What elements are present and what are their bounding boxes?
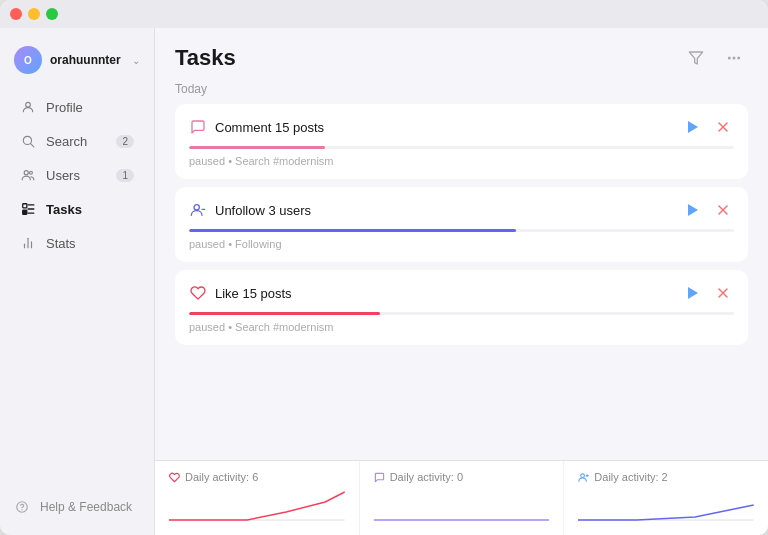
title-bar bbox=[0, 0, 768, 28]
main-area: Tasks Today bbox=[155, 28, 768, 535]
task-title-3: Like 15 posts bbox=[215, 286, 674, 301]
users-badge: 1 bbox=[116, 169, 134, 182]
stats-icon bbox=[20, 235, 36, 251]
svg-rect-5 bbox=[23, 204, 27, 208]
unfollow-person-icon bbox=[189, 201, 207, 219]
search-badge: 2 bbox=[116, 135, 134, 148]
stat-label-likes: Daily activity: 6 bbox=[169, 471, 345, 483]
stat-chart-follows bbox=[578, 487, 754, 525]
svg-point-19 bbox=[194, 205, 199, 210]
svg-point-15 bbox=[738, 57, 739, 58]
tasks-icon bbox=[20, 201, 36, 217]
stat-text-comments: Daily activity: 0 bbox=[390, 471, 463, 483]
task-play-button-3[interactable] bbox=[682, 282, 704, 304]
help-label: Help & Feedback bbox=[40, 500, 132, 514]
task-close-button-2[interactable] bbox=[712, 199, 734, 221]
task-title-1: Comment 15 posts bbox=[215, 120, 674, 135]
search-icon bbox=[20, 133, 36, 149]
task-card-unfollow: Unfollow 3 users bbox=[175, 187, 748, 262]
comment-icon bbox=[189, 118, 207, 136]
svg-point-29 bbox=[581, 473, 585, 477]
stat-item-comments: Daily activity: 0 bbox=[360, 461, 565, 535]
sidebar-item-label-search: Search bbox=[46, 134, 87, 149]
svg-point-4 bbox=[29, 171, 32, 174]
more-options-button[interactable] bbox=[720, 44, 748, 72]
progress-bar-container-1 bbox=[189, 146, 734, 149]
stat-text-follows: Daily activity: 2 bbox=[594, 471, 667, 483]
svg-marker-12 bbox=[689, 52, 702, 64]
task-close-button-3[interactable] bbox=[712, 282, 734, 304]
minimize-traffic-light[interactable] bbox=[28, 8, 40, 20]
sidebar-item-profile[interactable]: Profile bbox=[6, 91, 148, 123]
section-label: Today bbox=[175, 82, 748, 96]
svg-marker-21 bbox=[688, 204, 698, 216]
task-play-button-1[interactable] bbox=[682, 116, 704, 138]
task-play-button-2[interactable] bbox=[682, 199, 704, 221]
task-meta-2: paused • Following bbox=[189, 238, 734, 250]
chevron-down-icon: ⌄ bbox=[132, 55, 140, 66]
stat-label-follows: Daily activity: 2 bbox=[578, 471, 754, 483]
svg-point-13 bbox=[729, 57, 730, 58]
svg-point-14 bbox=[733, 57, 734, 58]
help-icon bbox=[14, 499, 30, 515]
maximize-traffic-light[interactable] bbox=[46, 8, 58, 20]
progress-bar-3 bbox=[189, 312, 380, 315]
app-body: O orahuunnter ⌄ Profile S bbox=[0, 28, 768, 535]
svg-point-3 bbox=[24, 171, 28, 175]
sidebar-item-users[interactable]: Users 1 bbox=[6, 159, 148, 191]
svg-point-0 bbox=[26, 102, 31, 107]
sidebar-item-label-stats: Stats bbox=[46, 236, 76, 251]
task-close-button-1[interactable] bbox=[712, 116, 734, 138]
sidebar: O orahuunnter ⌄ Profile S bbox=[0, 28, 155, 535]
task-header-1: Comment 15 posts bbox=[189, 116, 734, 138]
progress-bar-2 bbox=[189, 229, 516, 232]
stat-item-likes: Daily activity: 6 bbox=[155, 461, 360, 535]
close-traffic-light[interactable] bbox=[10, 8, 22, 20]
progress-bar-1 bbox=[189, 146, 325, 149]
user-header[interactable]: O orahuunnter ⌄ bbox=[0, 40, 154, 90]
task-actions-3 bbox=[682, 282, 734, 304]
person-icon bbox=[20, 99, 36, 115]
svg-rect-6 bbox=[23, 210, 27, 214]
stat-chart-likes bbox=[169, 487, 345, 525]
heart-icon bbox=[189, 284, 207, 302]
main-header: Tasks bbox=[155, 28, 768, 82]
progress-bar-container-2 bbox=[189, 229, 734, 232]
stat-text-likes: Daily activity: 6 bbox=[185, 471, 258, 483]
task-title-2: Unfollow 3 users bbox=[215, 203, 674, 218]
task-actions-1 bbox=[682, 116, 734, 138]
stat-chart-comments bbox=[374, 487, 550, 525]
app-window: O orahuunnter ⌄ Profile S bbox=[0, 0, 768, 535]
task-card-comment: Comment 15 posts bbox=[175, 104, 748, 179]
task-card-like: Like 15 posts bbox=[175, 270, 748, 345]
username: orahuunnter bbox=[50, 53, 124, 67]
users-icon bbox=[20, 167, 36, 183]
help-feedback-link[interactable]: Help & Feedback bbox=[0, 491, 154, 523]
stat-label-comments: Daily activity: 0 bbox=[374, 471, 550, 483]
filter-button[interactable] bbox=[682, 44, 710, 72]
sidebar-item-label-profile: Profile bbox=[46, 100, 83, 115]
sidebar-item-label-tasks: Tasks bbox=[46, 202, 82, 217]
task-meta-1: paused • Search #modernism bbox=[189, 155, 734, 167]
svg-line-2 bbox=[31, 144, 34, 147]
page-title: Tasks bbox=[175, 45, 672, 71]
svg-marker-16 bbox=[688, 121, 698, 133]
sidebar-item-tasks[interactable]: Tasks bbox=[6, 193, 148, 225]
progress-bar-container-3 bbox=[189, 312, 734, 315]
sidebar-item-search[interactable]: Search 2 bbox=[6, 125, 148, 157]
sidebar-item-stats[interactable]: Stats bbox=[6, 227, 148, 259]
task-meta-3: paused • Search #modernism bbox=[189, 321, 734, 333]
task-header-2: Unfollow 3 users bbox=[189, 199, 734, 221]
task-actions-2 bbox=[682, 199, 734, 221]
svg-marker-24 bbox=[688, 287, 698, 299]
stat-item-follows: Daily activity: 2 bbox=[564, 461, 768, 535]
main-content: Today Comment 15 posts bbox=[155, 82, 768, 460]
stats-bar: Daily activity: 6 Daily acti bbox=[155, 460, 768, 535]
task-header-3: Like 15 posts bbox=[189, 282, 734, 304]
sidebar-item-label-users: Users bbox=[46, 168, 80, 183]
avatar: O bbox=[14, 46, 42, 74]
